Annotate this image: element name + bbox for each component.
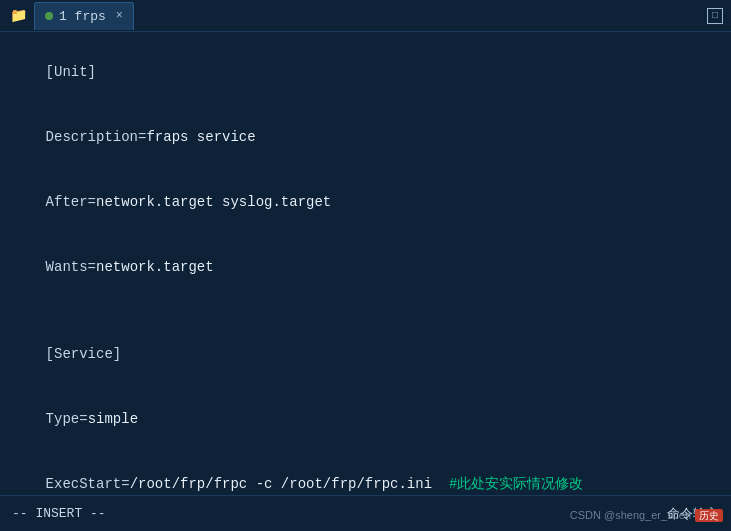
line-4: Wants=network.target <box>12 235 719 300</box>
tab[interactable]: 1 frps × <box>34 2 134 30</box>
line-3: After=network.target syslog.target <box>12 170 719 235</box>
watermark-text: CSDN @sheng_er_shen <box>570 509 691 521</box>
line-5 <box>12 300 719 322</box>
key-description: Description= <box>46 129 147 145</box>
history-badge: 历史 <box>695 509 723 522</box>
line-6: [Service] <box>12 322 719 387</box>
maximize-icon: □ <box>712 10 718 21</box>
insert-mode-label: -- INSERT -- <box>12 506 106 521</box>
folder-icon: 📁 <box>8 8 28 24</box>
title-bar: 📁 1 frps × □ <box>0 0 731 32</box>
key-wants: Wants= <box>46 259 96 275</box>
comment-execstart: #此处安实际情况修改 <box>432 476 583 492</box>
key-execstart: ExecStart= <box>46 476 130 492</box>
tab-dot <box>45 12 53 20</box>
val-description: fraps service <box>146 129 255 145</box>
editor-area: [Unit] Description=fraps service After=n… <box>0 32 731 495</box>
maximize-button[interactable]: □ <box>707 8 723 24</box>
key-type: Type= <box>46 411 88 427</box>
val-wants: network.target <box>96 259 214 275</box>
line-2: Description=fraps service <box>12 105 719 170</box>
line-7: Type=simple <box>12 387 719 452</box>
line-8: ExecStart=/root/frp/frpc -c /root/frp/fr… <box>12 452 719 495</box>
val-after: network.target syslog.target <box>96 194 331 210</box>
section-unit: [Unit] <box>46 64 96 80</box>
tab-close-icon[interactable]: × <box>116 9 123 23</box>
section-service: [Service] <box>46 346 122 362</box>
watermark: CSDN @sheng_er_shen历史 <box>570 509 723 523</box>
val-execstart: /root/frp/frpc -c /root/frp/frpc.ini <box>130 476 432 492</box>
key-after: After= <box>46 194 96 210</box>
line-1: [Unit] <box>12 40 719 105</box>
tab-label: 1 frps <box>59 9 106 24</box>
val-type: simple <box>88 411 138 427</box>
